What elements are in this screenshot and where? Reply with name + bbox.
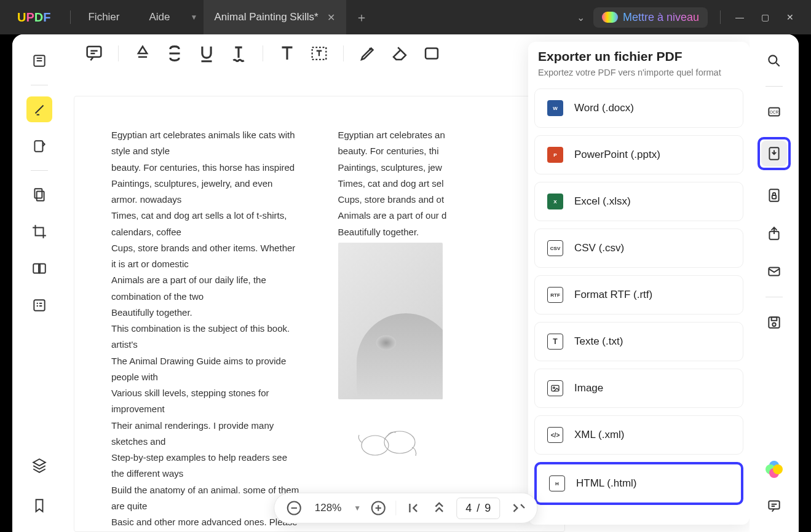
app-logo: UPDF	[0, 10, 68, 25]
upgrade-label: Mettre à niveau	[623, 11, 699, 24]
upgrade-button[interactable]: Mettre à niveau	[593, 7, 708, 28]
text-icon: T	[547, 334, 563, 350]
save-icon[interactable]	[761, 310, 787, 335]
protect-icon[interactable]	[761, 182, 787, 208]
ai-assistant-icon[interactable]	[766, 461, 783, 478]
svg-rect-6	[34, 300, 44, 310]
menu-help[interactable]: Aide	[134, 11, 184, 23]
tab-add-icon[interactable]: ＋	[346, 9, 377, 26]
svg-rect-25	[769, 501, 779, 509]
textbox-icon[interactable]	[309, 43, 330, 64]
xml-icon: </>	[547, 427, 563, 443]
next-page-icon[interactable]	[508, 499, 526, 517]
svg-rect-3	[37, 192, 44, 201]
image-icon	[547, 380, 563, 396]
reader-mode-icon[interactable]	[26, 48, 52, 74]
csv-icon: CSV	[547, 240, 563, 256]
page-text-column-2: Egyptian art celebrates an beauty. For c…	[338, 127, 528, 240]
tab-dropdown-icon[interactable]: ▼	[185, 13, 204, 22]
html-icon: H	[549, 475, 565, 491]
eraser-icon[interactable]	[389, 43, 410, 64]
tab-close-icon[interactable]: ✕	[327, 12, 335, 23]
document-tab[interactable]: Animal Painting Skills* ✕	[204, 0, 346, 34]
window-close-icon[interactable]: ✕	[786, 12, 794, 22]
export-csv[interactable]: CSVCSV (.csv)	[534, 229, 743, 268]
titlebar: UPDF Fichier Aide ▼ Animal Painting Skil…	[0, 0, 811, 34]
bookmark-icon[interactable]	[26, 493, 52, 518]
window-minimize-icon[interactable]: —	[735, 12, 744, 22]
convert-highlighted	[758, 137, 791, 170]
form-tool-icon[interactable]	[26, 292, 52, 318]
export-powerpoint[interactable]: PPowerPoint (.pptx)	[534, 135, 743, 174]
svg-point-24	[772, 323, 775, 326]
svg-point-14	[769, 55, 777, 63]
underline-icon[interactable]	[196, 43, 217, 64]
text-icon[interactable]	[277, 43, 298, 64]
window-maximize-icon[interactable]: ▢	[761, 12, 769, 22]
export-text[interactable]: TTexte (.txt)	[534, 322, 743, 361]
upgrade-rainbow-icon	[602, 12, 618, 23]
first-page-icon[interactable]	[405, 499, 422, 517]
cat-photo-image	[338, 243, 443, 399]
export-image[interactable]: Image	[534, 369, 743, 408]
svg-rect-1	[34, 141, 42, 151]
svg-text:OCR: OCR	[770, 110, 779, 114]
zoom-page-bar: 128% ▼ 4/9	[274, 493, 537, 523]
crop-tool-icon[interactable]	[26, 219, 52, 244]
document-page[interactable]: Egyptian art celebrates animals like cat…	[74, 96, 565, 532]
export-rtf[interactable]: RTFFormat RTF (.rtf)	[534, 275, 743, 315]
zoom-in-icon[interactable]	[370, 499, 387, 517]
comment-icon[interactable]	[84, 43, 105, 64]
powerpoint-icon: P	[547, 147, 563, 163]
svg-point-11	[384, 431, 415, 453]
zoom-dropdown-icon[interactable]: ▼	[354, 504, 361, 512]
export-title: Exporter un fichier PDF	[534, 49, 743, 64]
organize-pages-icon[interactable]	[26, 182, 52, 208]
svg-rect-7	[87, 47, 101, 57]
zoom-value: 128%	[311, 502, 345, 514]
highlighter-icon[interactable]	[132, 43, 153, 64]
edit-tool-icon[interactable]	[26, 133, 52, 159]
sketch-image	[338, 412, 443, 473]
svg-rect-23	[772, 317, 777, 320]
layers-icon[interactable]	[26, 452, 52, 478]
compare-tool-icon[interactable]	[26, 256, 52, 281]
export-word[interactable]: WWord (.docx)	[534, 88, 743, 128]
convert-icon[interactable]	[761, 141, 787, 166]
right-toolbar: OCR	[750, 34, 799, 532]
tab-overflow-icon[interactable]: ⌄	[569, 12, 593, 23]
prev-page-icon[interactable]	[430, 499, 448, 517]
svg-rect-9	[425, 49, 438, 59]
export-html[interactable]: HHTML (.html)	[534, 462, 743, 505]
highlight-tool-icon[interactable]	[26, 96, 52, 122]
left-toolbar	[12, 34, 66, 532]
strikethrough-icon[interactable]	[164, 43, 185, 64]
tab-title: Animal Painting Skills*	[215, 11, 318, 23]
rtf-icon: RTF	[547, 287, 563, 303]
svg-rect-19	[772, 195, 777, 198]
annotation-toolbar	[66, 34, 565, 72]
ocr-icon[interactable]: OCR	[761, 99, 787, 125]
workspace: Egyptian art celebrates animals like cat…	[12, 34, 799, 532]
export-excel[interactable]: XExcel (.xlsx)	[534, 182, 743, 221]
export-subtitle: Exportez votre PDF vers n'importe quel f…	[534, 68, 743, 77]
pencil-icon[interactable]	[357, 43, 378, 64]
svg-point-13	[553, 387, 555, 389]
menu-file[interactable]: Fichier	[73, 11, 134, 23]
svg-rect-2	[34, 189, 42, 198]
mail-icon[interactable]	[761, 259, 787, 284]
share-icon[interactable]	[761, 221, 787, 246]
squiggly-icon[interactable]	[228, 43, 249, 64]
export-panel: Exporter un fichier PDF Exportez votre P…	[528, 42, 750, 525]
excel-icon: X	[547, 194, 563, 209]
page-text-column-1: Egyptian art celebrates animals like cat…	[111, 127, 301, 532]
page-input[interactable]: 4/9	[456, 498, 500, 519]
chat-icon[interactable]	[761, 493, 787, 518]
export-xml[interactable]: </>XML (.xml)	[534, 415, 743, 455]
word-icon: W	[547, 100, 563, 116]
zoom-out-icon[interactable]	[285, 499, 303, 517]
shape-icon[interactable]	[421, 43, 442, 64]
search-icon[interactable]	[761, 48, 787, 74]
